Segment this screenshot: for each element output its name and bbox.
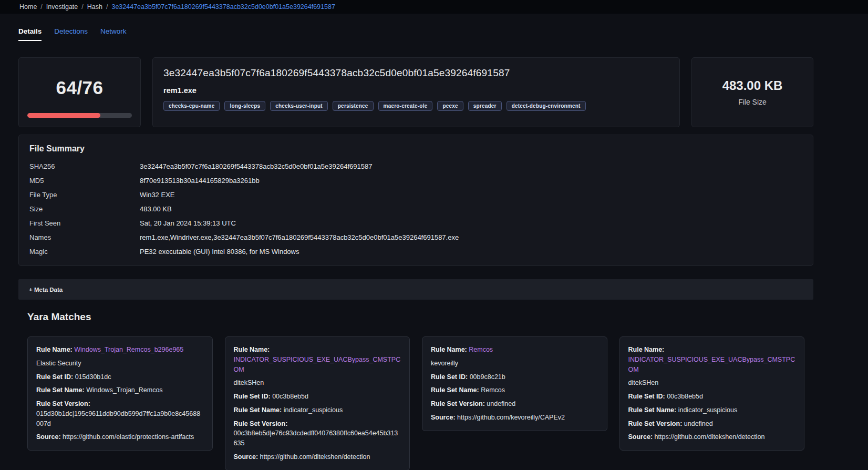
field-label: Rule Set ID:: [628, 393, 665, 400]
field-value: indicator_suspicious: [678, 405, 738, 415]
yara-rule-name-link[interactable]: INDICATOR_SUSPICIOUS_EXE_UACBypass_CMSTP…: [234, 355, 401, 375]
yara-rule-set-id-field: Rule Set ID: 00b9c8c21b: [431, 372, 598, 382]
yara-author: ditekSHen: [234, 378, 401, 388]
yara-rule-set-version-field: Rule Set Version: 015d30b1dc|195c9611ddb…: [36, 399, 204, 428]
yara-source-field: Source: https://github.com/ditekshen/det…: [234, 452, 401, 462]
field-label: Source:: [431, 414, 456, 421]
tag-checks-user-input[interactable]: checks-user-input: [270, 101, 328, 111]
field-label: Rule Name:: [36, 346, 73, 353]
summary-value: Win32 EXE: [140, 191, 174, 199]
summary-label: Magic: [29, 248, 140, 256]
summary-label: File Type: [29, 191, 140, 199]
yara-rule-set-id-field: Rule Set ID: 00c3b8eb5d: [234, 392, 401, 402]
breadcrumb-separator: /: [40, 3, 42, 11]
breadcrumb-home[interactable]: Home: [19, 3, 37, 11]
summary-label: SHA256: [29, 162, 140, 170]
summary-value: PE32 executable (GUI) Intel 80386, for M…: [140, 248, 299, 256]
breadcrumb-current-hash[interactable]: 3e32447ea3b5f07c7f6a180269f5443378acb32c…: [111, 3, 335, 11]
field-value: undefined: [487, 399, 515, 409]
yara-rule-set-version-field: Rule Set Version: undefined: [628, 419, 796, 429]
summary-value: Sat, 20 Jan 2024 15:39:13 UTC: [140, 219, 236, 227]
field-label: Rule Set Version:: [431, 400, 485, 407]
field-value: indicator_suspicious: [284, 405, 343, 415]
yara-rule-set-id-field: Rule Set ID: 00c3b8eb5d: [628, 392, 796, 402]
field-label: Rule Set Name:: [234, 406, 282, 414]
field-value: 015d30b1dc: [75, 372, 111, 382]
summary-label: First Seen: [29, 219, 140, 227]
yara-source-url: https://github.com/ditekshen/detection: [260, 452, 370, 462]
meta-data-toggle-label: + Meta Data: [29, 287, 63, 293]
summary-value: 483.00 KB: [140, 205, 172, 213]
yara-source-url: https://github.com/elastic/protections-a…: [63, 432, 194, 442]
breadcrumb-hash[interactable]: Hash: [87, 3, 102, 11]
field-value: 00c3b8eb5d|e76c93dcdedff04076380ffc60ea5…: [234, 428, 401, 448]
field-label: Rule Set ID:: [234, 393, 271, 400]
tab-details[interactable]: Details: [18, 27, 42, 41]
summary-label: Names: [29, 233, 140, 241]
field-value: 00b9c8c21b: [470, 372, 505, 382]
file-size-label: File Size: [738, 98, 767, 106]
field-label: Rule Name:: [628, 346, 665, 353]
field-label: Rule Set ID:: [36, 373, 73, 381]
yara-rule-name-link[interactable]: Remcos: [469, 345, 493, 355]
tag-long-sleeps[interactable]: long-sleeps: [224, 101, 265, 111]
tab-network[interactable]: Network: [100, 27, 127, 41]
summary-row-file-type: File Type Win32 EXE: [29, 188, 802, 202]
breadcrumb-separator: /: [106, 3, 108, 11]
detection-score-card: 64/76: [18, 57, 141, 127]
yara-rule-name-link[interactable]: Windows_Trojan_Remcos_b296e965: [74, 345, 183, 355]
file-hash-card: 3e32447ea3b5f07c7f6a180269f5443378acb32c…: [152, 57, 680, 127]
summary-label: MD5: [29, 177, 140, 185]
yara-match-card: Rule Name: Windows_Trojan_Remcos_b296e96…: [27, 336, 213, 451]
field-label: Rule Name:: [234, 346, 270, 353]
detection-score: 64/76: [56, 77, 103, 98]
field-value: Windows_Trojan_Remcos: [86, 385, 162, 395]
field-label: Rule Set Name:: [431, 386, 479, 394]
meta-data-toggle[interactable]: + Meta Data: [18, 279, 813, 300]
tag-peexe[interactable]: peexe: [437, 101, 463, 111]
detection-progress-fill: [27, 113, 100, 118]
summary-row-size: Size 483.00 KB: [29, 202, 802, 216]
yara-rule-set-name-field: Rule Set Name: Windows_Trojan_Remcos: [36, 385, 204, 395]
yara-rule-set-name-field: Rule Set Name: indicator_suspicious: [234, 405, 401, 415]
detection-progress-track: [27, 113, 132, 118]
field-label: Rule Set Version:: [36, 400, 90, 407]
yara-rule-name-field: Rule Name: INDICATOR_SUSPICIOUS_EXE_UACB…: [628, 345, 796, 374]
tag-macro-create-ole[interactable]: macro-create-ole: [378, 101, 433, 111]
yara-author: Elastic Security: [36, 359, 204, 369]
yara-rule-name-field: Rule Name: Remcos: [431, 345, 598, 355]
yara-match-card: Rule Name: Remcos kevoreilly Rule Set ID…: [422, 336, 607, 431]
yara-matches-section: Yara Matches Rule Name: Windows_Trojan_R…: [18, 311, 813, 470]
yara-rule-set-version-field: Rule Set Version: undefined: [431, 399, 598, 409]
tag-checks-cpu-name[interactable]: checks-cpu-name: [163, 101, 220, 111]
yara-author: kevoreilly: [431, 359, 598, 369]
tab-bar: Details Detections Network: [18, 27, 813, 41]
yara-source-field: Source: https://github.com/ditekshen/det…: [628, 432, 796, 442]
tag-spreader[interactable]: spreader: [468, 101, 502, 111]
file-summary-title: File Summary: [29, 144, 802, 154]
field-value: Remcos: [481, 385, 505, 395]
tag-persistence[interactable]: persistence: [333, 101, 374, 111]
yara-rule-name-field: Rule Name: Windows_Trojan_Remcos_b296e96…: [36, 345, 204, 355]
summary-value: rem1.exe,Windriver.exe,3e32447ea3b5f07c7…: [140, 233, 459, 241]
field-label: Source:: [628, 433, 653, 441]
yara-rule-name-link[interactable]: INDICATOR_SUSPICIOUS_EXE_UACBypass_CMSTP…: [628, 355, 796, 375]
tag-detect-debug-environment[interactable]: detect-debug-environment: [507, 101, 586, 111]
field-label: Source:: [234, 453, 259, 461]
yara-source-url: https://github.com/ditekshen/detection: [655, 432, 765, 442]
field-label: Rule Set Name:: [628, 406, 677, 414]
breadcrumb-investigate[interactable]: Investigate: [46, 3, 78, 11]
breadcrumb: Home / Investigate / Hash / 3e32447ea3b5…: [0, 0, 868, 14]
summary-row-md5: MD5 8f70e913513b30a144165829ba3261bb: [29, 173, 802, 188]
file-hash-title: 3e32447ea3b5f07c7f6a180269f5443378acb32c…: [163, 67, 669, 79]
yara-rule-set-name-field: Rule Set Name: Remcos: [431, 385, 598, 395]
yara-rule-set-id-field: Rule Set ID: 015d30b1dc: [36, 372, 204, 382]
field-value: 00c3b8eb5d: [272, 392, 308, 402]
summary-row-names: Names rem1.exe,Windriver.exe,3e32447ea3b…: [29, 230, 802, 244]
file-size-card: 483.00 KB File Size: [691, 57, 813, 127]
tab-detections[interactable]: Detections: [54, 27, 88, 41]
file-name: rem1.exe: [163, 86, 669, 95]
main-content: Details Detections Network 64/76 3e32447…: [18, 27, 813, 470]
field-label: Rule Set ID:: [431, 373, 468, 381]
yara-rule-set-name-field: Rule Set Name: indicator_suspicious: [628, 405, 796, 415]
